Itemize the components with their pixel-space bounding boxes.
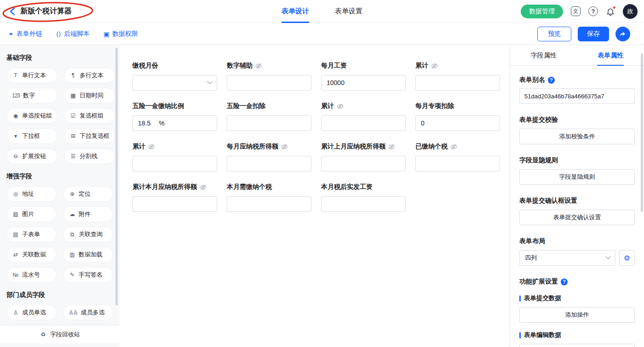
multi-dropdown-icon: ⊞ xyxy=(69,133,76,139)
layout-settings-button[interactable]: ⚙ xyxy=(619,250,635,266)
panel-group-button[interactable]: 表单提交确认设置 xyxy=(519,210,635,225)
field-type-item[interactable]: ☁ 附件 xyxy=(63,206,113,222)
form-field[interactable]: 累计本月应纳税所得额 xyxy=(132,182,217,212)
topbar-tab[interactable]: 表单设计 xyxy=(282,0,309,23)
field-type-item[interactable]: T 单行文本 xyxy=(6,68,58,83)
data-manage-button[interactable]: 数据管理 xyxy=(521,5,563,18)
field-type-item[interactable]: ⊕ 定位 xyxy=(63,186,113,202)
field-label: 累计 xyxy=(415,62,428,70)
add-action-button[interactable]: 添加操作 xyxy=(519,307,635,323)
field-type-item[interactable]: ¶ 多行文本 xyxy=(64,68,115,83)
panel-group-button[interactable]: 字段显隐规则 xyxy=(519,169,635,185)
field-input[interactable] xyxy=(132,156,217,171)
field-type-label: 单行文本 xyxy=(22,71,46,80)
eye-off-icon xyxy=(388,143,395,150)
field-type-item[interactable]: 123 数字 xyxy=(6,88,58,103)
field-type-item[interactable]: ▤ 子表单 xyxy=(6,227,57,242)
field-label-row: 累计 xyxy=(415,61,500,70)
field-type-item[interactable]: № 流水号 xyxy=(6,267,57,283)
help-icon[interactable]: ? xyxy=(561,279,568,285)
share-button[interactable] xyxy=(615,27,630,41)
notification-bell-icon[interactable] xyxy=(606,7,615,16)
sidebar-scrollbar[interactable] xyxy=(115,48,118,305)
form-field[interactable]: 已缴纳个税 xyxy=(415,142,500,171)
field-input[interactable] xyxy=(321,196,406,212)
field-label-row: 数字辅助 xyxy=(227,61,311,70)
field-type-label: 成员多选 xyxy=(81,308,105,317)
back-chevron-icon xyxy=(8,6,17,17)
field-input[interactable] xyxy=(321,156,406,171)
field-type-label: 多行文本 xyxy=(80,71,104,80)
form-field[interactable]: 累计 xyxy=(415,61,500,91)
field-type-label: 日期时间 xyxy=(80,91,104,100)
field-type-item[interactable]: ⊖ 扩展按钮 xyxy=(6,148,58,164)
form-field[interactable]: 五险一金缴纳比例 18.5 % xyxy=(132,102,217,131)
form-field[interactable]: 每月应纳税所得额 xyxy=(227,142,311,171)
toolbar-link[interactable]: ⚭ 表单外链 xyxy=(8,30,42,38)
form-field[interactable]: 累计上月应纳税所得额 xyxy=(321,142,406,171)
field-input[interactable] xyxy=(132,196,217,212)
back-button[interactable] xyxy=(8,6,17,17)
field-type-item[interactable]: ⧉ 关联查询 xyxy=(63,227,113,242)
form-field[interactable]: 缴税月份 xyxy=(132,61,217,91)
panel-groups: 表单提交校验 添加校验条件 字段显隐规则 字段显隐规则 表单提交确认框设置 表单… xyxy=(519,116,635,225)
field-type-item[interactable]: ▨ 图片 xyxy=(6,206,57,222)
field-input[interactable] xyxy=(227,156,311,171)
field-input[interactable] xyxy=(415,75,500,91)
field-input[interactable] xyxy=(132,75,217,91)
form-layout-select[interactable]: 四列 xyxy=(519,250,615,266)
sidebar-section-title: 增强字段 xyxy=(6,172,114,181)
field-type-item[interactable]: ▾ 下拉框 xyxy=(6,128,58,144)
form-field[interactable]: 累计 xyxy=(321,102,406,131)
form-field[interactable]: 五险一金扣除 xyxy=(227,102,311,131)
form-field[interactable]: 每月专项扣除 0 xyxy=(415,102,500,131)
field-type-item[interactable]: ▥ 数据加载 xyxy=(63,247,113,262)
field-type-item[interactable]: ☑ 复选框组 xyxy=(64,108,115,124)
field-type-label: 下拉复选框 xyxy=(80,132,109,140)
field-input[interactable]: 18.5 % xyxy=(132,115,217,131)
translate-icon[interactable]: 文 xyxy=(571,6,581,16)
toolbar-link[interactable]: ▣ 数据权限 xyxy=(104,30,138,38)
toolbar-link[interactable]: ⟨⟩ 后端脚本 xyxy=(56,30,90,38)
help-circle-icon[interactable]: ? xyxy=(588,6,598,16)
field-input[interactable]: 10000 xyxy=(321,75,406,91)
field-type-label: 复选框组 xyxy=(80,112,104,120)
form-field[interactable]: 本月需缴纳个税 xyxy=(227,182,311,212)
panel-tab[interactable]: 字段属性 xyxy=(510,46,577,65)
field-type-item[interactable]: ◎ 地址 xyxy=(6,186,57,202)
extension-settings-label: 功能扩展设置 xyxy=(519,278,558,286)
form-field[interactable]: 累计 xyxy=(132,142,217,171)
topbar-tab[interactable]: 表单设置 xyxy=(335,0,362,23)
panel-scrollbar[interactable] xyxy=(641,53,643,212)
form-field[interactable]: 每月工资 10000 xyxy=(321,61,406,91)
form-alias-input[interactable] xyxy=(519,88,635,104)
panel-group-button[interactable]: 添加校验条件 xyxy=(519,129,635,144)
multi-line-text-icon: ¶ xyxy=(69,72,76,79)
chevron-down-icon xyxy=(207,79,212,84)
share-arrow-icon xyxy=(619,30,627,38)
field-input[interactable]: 0 xyxy=(415,115,500,131)
field-type-item[interactable]: ⇄ 关联数据 xyxy=(6,247,57,262)
field-input[interactable] xyxy=(227,115,311,131)
field-type-item[interactable]: ✎ 手写签名 xyxy=(63,267,113,283)
field-type-item[interactable]: ☰ 分割线 xyxy=(64,148,115,164)
field-input[interactable] xyxy=(227,196,311,212)
field-recycle-bin[interactable]: ♻ 字段回收站 xyxy=(0,325,120,343)
add-action-button[interactable]: 添加操作 xyxy=(519,344,635,347)
user-avatar[interactable]: 政 xyxy=(623,4,638,19)
field-type-item[interactable]: ♙♙ 成员多选 xyxy=(63,305,113,320)
field-type-item[interactable]: ⊞ 下拉复选框 xyxy=(64,128,115,144)
field-type-item[interactable]: ♙ 成员单选 xyxy=(6,305,57,320)
panel-tab[interactable]: 表单属性 xyxy=(577,46,644,65)
field-input[interactable] xyxy=(227,75,311,91)
field-label-row: 每月工资 xyxy=(321,61,406,70)
field-input[interactable] xyxy=(321,115,406,131)
help-icon[interactable]: ? xyxy=(548,77,555,84)
form-field[interactable]: 本月税后实发工资 xyxy=(321,182,406,212)
preview-button[interactable]: 预览 xyxy=(537,27,571,41)
field-input[interactable] xyxy=(415,156,500,171)
save-button[interactable]: 保存 xyxy=(578,27,609,41)
field-type-item[interactable]: ▦ 日期时间 xyxy=(64,88,115,103)
field-type-item[interactable]: ◉ 单选按钮组 xyxy=(6,108,58,124)
form-field[interactable]: 数字辅助 xyxy=(227,61,311,91)
